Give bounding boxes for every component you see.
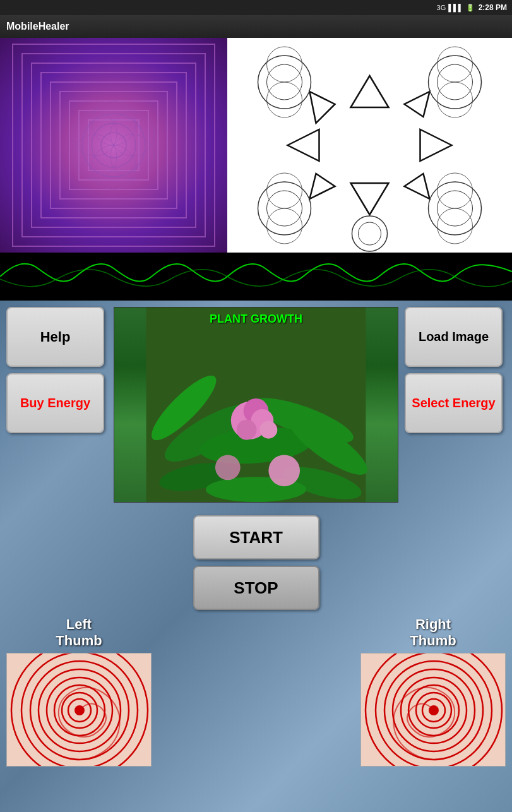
- svg-point-56: [259, 421, 277, 439]
- plant-label: PLANT GROWTH: [210, 313, 302, 326]
- right-thumb-svg: [361, 654, 506, 767]
- title-bar: MobileHealer: [0, 15, 512, 38]
- signal-3g-icon: 3G: [437, 4, 446, 11]
- sacred-geometry-left-svg: [0, 38, 227, 253]
- app-title: MobileHealer: [6, 21, 69, 32]
- battery-icon: 🔋: [466, 4, 475, 12]
- stop-button[interactable]: STOP: [193, 566, 319, 610]
- status-bar: 3G ▌▌▌ 🔋 2:28 PM: [0, 0, 512, 15]
- load-image-button[interactable]: Load Image: [405, 307, 503, 367]
- buy-energy-button[interactable]: Buy Energy: [6, 373, 104, 433]
- svg-point-60: [268, 455, 300, 486]
- right-sacred-image: [227, 38, 512, 253]
- thumbs-section: LeftThumb RightThumb: [0, 616, 512, 767]
- status-icons: 3G ▌▌▌ 🔋: [437, 4, 475, 12]
- right-thumb-image: [360, 653, 506, 767]
- control-buttons: START STOP: [0, 515, 512, 610]
- left-button-group: Help Buy Energy: [6, 307, 107, 503]
- left-sacred-image: [0, 38, 227, 253]
- start-button[interactable]: START: [193, 515, 319, 559]
- wave-svg: [0, 253, 512, 301]
- left-thumb-group: LeftThumb: [6, 616, 152, 767]
- left-thumb-label: LeftThumb: [56, 616, 102, 649]
- right-button-group: Load Image Select Energy: [405, 307, 506, 503]
- plant-image: PLANT GROWTH: [114, 307, 398, 502]
- svg-rect-45: [0, 253, 512, 301]
- right-thumb-group: RightThumb: [360, 616, 506, 767]
- left-thumb-image: [6, 653, 152, 767]
- left-thumb-svg: [7, 654, 152, 767]
- top-images-section: [0, 38, 512, 253]
- sacred-geometry-right-svg: [227, 38, 512, 253]
- signal-bars-icon: ▌▌▌: [448, 4, 463, 11]
- select-energy-button[interactable]: Select Energy: [405, 373, 503, 433]
- plant-svg: [114, 307, 398, 502]
- help-button[interactable]: Help: [6, 307, 104, 367]
- svg-point-55: [237, 420, 257, 440]
- status-time: 2:28 PM: [479, 3, 507, 12]
- main-content: Help Buy Energy: [0, 301, 512, 509]
- wave-visualizer: [0, 253, 512, 301]
- svg-rect-18: [237, 38, 503, 253]
- plant-image-container: PLANT GROWTH: [114, 307, 398, 503]
- right-thumb-label: RightThumb: [410, 616, 456, 649]
- svg-point-61: [215, 455, 241, 480]
